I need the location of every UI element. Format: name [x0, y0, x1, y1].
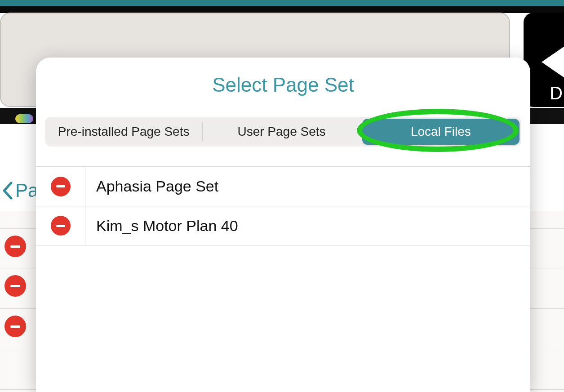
file-name: Aphasia Page Set [85, 167, 530, 206]
background-delete-dot-1[interactable] [4, 236, 26, 257]
tab-pre-installed[interactable]: Pre-installed Page Sets [45, 117, 202, 147]
local-files-list: Aphasia Page Set Kim_s Motor Plan 40 [36, 166, 530, 245]
minus-icon [56, 225, 65, 227]
delete-button[interactable] [51, 177, 71, 196]
background-delete-dot-2[interactable] [4, 275, 26, 297]
minus-icon [10, 325, 20, 328]
modal-title: Select Page Set [36, 74, 530, 96]
delete-cell [36, 206, 85, 245]
list-item[interactable]: Aphasia Page Set [36, 166, 530, 206]
list-item[interactable]: Kim_s Motor Plan 40 [36, 206, 530, 245]
tab-user-page-sets[interactable]: User Page Sets [203, 117, 360, 147]
chevron-left-icon [2, 182, 13, 200]
file-name: Kim_s Motor Plan 40 [85, 206, 530, 245]
minus-icon [10, 285, 20, 287]
tab-label: User Page Sets [237, 125, 325, 139]
title-bar-shadow [0, 6, 564, 13]
tab-local-files[interactable]: Local Files [362, 119, 520, 145]
tab-label: Local Files [411, 125, 471, 139]
title-bar-strip [0, 0, 564, 6]
tab-label: Pre-installed Page Sets [58, 125, 190, 139]
background-color-strip [15, 114, 33, 123]
back-arrow-shape [542, 37, 564, 87]
delete-cell [36, 167, 85, 206]
delete-button[interactable] [51, 216, 71, 236]
minus-icon [10, 245, 20, 248]
background-delete-dot-3[interactable] [4, 316, 26, 337]
background-card-letter: D [550, 83, 563, 103]
minus-icon [56, 185, 65, 187]
select-page-set-modal: Select Page Set Pre-installed Page Sets … [36, 58, 530, 392]
page-set-source-tabs: Pre-installed Page Sets User Page Sets L… [45, 117, 521, 147]
